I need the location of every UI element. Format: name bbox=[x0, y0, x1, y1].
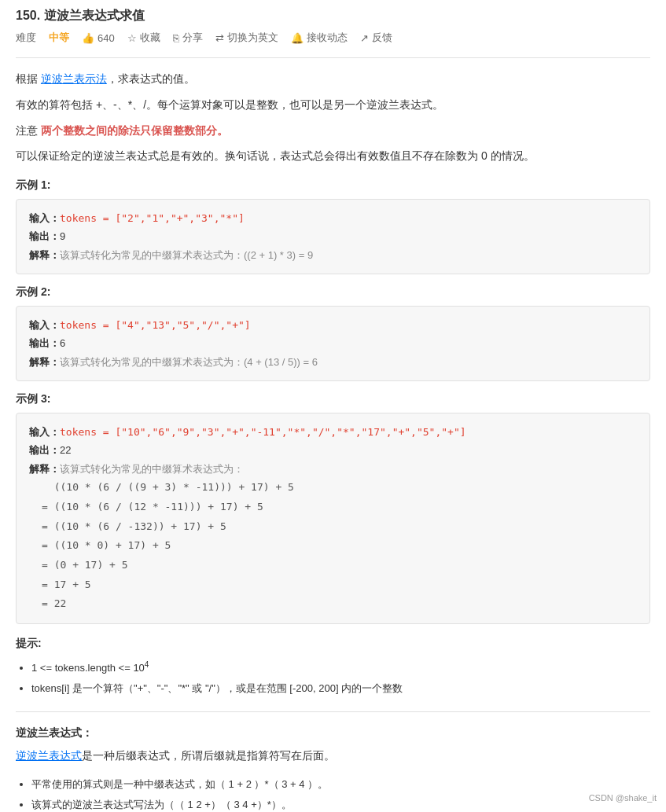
example3-explain-intro: 该算式转化为常见的中缀算术表达式为： bbox=[60, 463, 244, 475]
rpn-section: 逆波兰表达式： 逆波兰表达式是一种后缀表达式，所谓后缀就是指算符写在后面。 平常… bbox=[16, 726, 650, 812]
feedback-button[interactable]: ↗ 反馈 bbox=[360, 31, 392, 45]
example2-explain-label: 解释： bbox=[29, 353, 60, 371]
example1-box: 输入： tokens = ["2","1","+","3","*"] 输出： 9… bbox=[16, 199, 650, 274]
example2-box: 输入： tokens = ["4","13","5","/","+"] 输出： … bbox=[16, 306, 650, 381]
problem-title: 150. 逆波兰表达式求值 bbox=[16, 8, 650, 24]
example3-box: 输入： tokens = ["10","6","9","3","+","-11"… bbox=[16, 413, 650, 624]
example3-input-label: 输入： bbox=[29, 423, 60, 441]
share-icon: ⎘ bbox=[173, 32, 179, 44]
switch-icon: ⇄ bbox=[215, 32, 224, 44]
example3-line7: = 22 bbox=[42, 594, 637, 614]
favorite-label: 收藏 bbox=[140, 31, 160, 45]
lang-switch-button[interactable]: ⇄ 切换为英文 bbox=[215, 31, 278, 45]
rpn-bullet-2: 该算式的逆波兰表达式写法为（（ 1 2 +）（ 3 4 +）*）。 bbox=[31, 795, 650, 812]
example2-output-value: 6 bbox=[60, 334, 65, 352]
example1-explain-label: 解释： bbox=[29, 246, 60, 264]
rpn-desc: 逆波兰表达式是一种后缀表达式，所谓后缀就是指算符写在后面。 bbox=[16, 745, 650, 766]
example1-output-row: 输出： 9 bbox=[29, 227, 637, 245]
feedback-label: 反馈 bbox=[372, 31, 392, 45]
favorite-button[interactable]: ☆ 收藏 bbox=[127, 31, 160, 45]
subscribe-button[interactable]: 🔔 接收动态 bbox=[291, 31, 348, 45]
share-button[interactable]: ⎘ 分享 bbox=[173, 31, 203, 45]
star-icon: ☆ bbox=[127, 32, 137, 44]
note-text: 注意 两个整数之间的除法只保留整数部分。 bbox=[16, 121, 650, 141]
example3-input-value: tokens = ["10","6","9","3","+","-11","*"… bbox=[60, 423, 466, 441]
example3-output-value: 22 bbox=[60, 441, 71, 459]
example1-explain-row: 解释： 该算式转化为常见的中缀算术表达式为：((2 + 1) * 3) = 9 bbox=[29, 246, 637, 264]
hint-item-2: tokens[i] 是一个算符（"+"、"-"、"*" 或 "/"），或是在范围… bbox=[31, 678, 650, 699]
hints-list: 1 <= tokens.length <= 104 tokens[i] 是一个算… bbox=[16, 657, 650, 699]
meta-bar: 难度 中等 👍 640 ☆ 收藏 ⎘ 分享 ⇄ 切换为英文 🔔 接收动态 ↗ 反… bbox=[16, 31, 650, 45]
difficulty-value: 中等 bbox=[49, 31, 69, 45]
lang-switch-label: 切换为英文 bbox=[227, 31, 278, 45]
example2-label: 示例 2: bbox=[16, 285, 650, 299]
example3-explain-label: 解释： bbox=[29, 463, 60, 475]
divider2 bbox=[16, 711, 650, 712]
likes-button[interactable]: 👍 640 bbox=[82, 32, 115, 44]
example3-line1: ((10 * (6 / ((9 + 3) * -11))) + 17) + 5 bbox=[42, 478, 637, 498]
example1-explain-value: 该算式转化为常见的中缀算术表达式为：((2 + 1) * 3) = 9 bbox=[60, 246, 313, 264]
hints-section: 提示: 1 <= tokens.length <= 104 tokens[i] … bbox=[16, 637, 650, 699]
hints-title: 提示: bbox=[16, 637, 650, 651]
hint-item-1: 1 <= tokens.length <= 104 bbox=[31, 657, 650, 678]
example2-output-label: 输出： bbox=[29, 334, 60, 352]
example2-input-row: 输入： tokens = ["4","13","5","/","+"] bbox=[29, 316, 637, 334]
rpn-link[interactable]: 逆波兰表示法 bbox=[41, 72, 107, 85]
example3-line2: = ((10 * (6 / (12 * -11))) + 17) + 5 bbox=[42, 498, 637, 517]
example1-output-label: 输出： bbox=[29, 227, 60, 245]
example3-line6: = 17 + 5 bbox=[42, 575, 637, 595]
example2-output-row: 输出： 6 bbox=[29, 334, 637, 352]
example3-line5: = (0 + 17) + 5 bbox=[42, 556, 637, 575]
example3-line4: = ((10 * 0) + 17) + 5 bbox=[42, 536, 637, 556]
difficulty-label: 难度 bbox=[16, 31, 36, 45]
page-container: 150. 逆波兰表达式求值 难度 中等 👍 640 ☆ 收藏 ⎘ 分享 ⇄ 切换… bbox=[0, 0, 666, 812]
example3-input-row: 输入： tokens = ["10","6","9","3","+","-11"… bbox=[29, 423, 637, 441]
rpn-bullets: 平常使用的算式则是一种中缀表达式，如（ 1 + 2 ）*（ 3 + 4 ）。 该… bbox=[16, 774, 650, 812]
example1-input-value: tokens = ["2","1","+","3","*"] bbox=[60, 209, 245, 227]
bell-icon: 🔔 bbox=[291, 32, 304, 44]
divider bbox=[16, 57, 650, 58]
rpn-desc-link[interactable]: 逆波兰表达式 bbox=[16, 749, 82, 762]
example1-input-row: 输入： tokens = ["2","1","+","3","*"] bbox=[29, 209, 637, 227]
example3-explain-lines: ((10 * (6 / ((9 + 3) * -11))) + 17) + 5 … bbox=[29, 478, 637, 614]
likes-icon: 👍 bbox=[82, 32, 94, 44]
example3-output-row: 输出： 22 bbox=[29, 441, 637, 459]
example2-input-label: 输入： bbox=[29, 316, 60, 334]
example3-output-label: 输出： bbox=[29, 441, 60, 459]
example2-explain-row: 解释： 该算式转化为常见的中缀算术表达式为：(4 + (13 / 5)) = 6 bbox=[29, 353, 637, 371]
feedback-icon: ↗ bbox=[360, 32, 369, 44]
example1-label: 示例 1: bbox=[16, 178, 650, 193]
description-para2: 有效的算符包括 +、-、*、/。每个运算对象可以是整数，也可以是另一个逆波兰表达… bbox=[16, 95, 650, 115]
description-para1: 根据 逆波兰表示法，求表达式的值。 bbox=[16, 69, 650, 89]
rpn-bullet-1: 平常使用的算式则是一种中缀表达式，如（ 1 + 2 ）*（ 3 + 4 ）。 bbox=[31, 774, 650, 795]
example3-explain-block: 解释：该算式转化为常见的中缀算术表达式为： bbox=[29, 460, 637, 478]
rpn-title: 逆波兰表达式： bbox=[16, 726, 650, 740]
subscribe-label: 接收动态 bbox=[307, 31, 348, 45]
guarantee-text: 可以保证给定的逆波兰表达式总是有效的。换句话说，表达式总会得出有效数值且不存在除… bbox=[16, 146, 650, 166]
watermark: CSDN @shake_it bbox=[589, 793, 657, 803]
example1-output-value: 9 bbox=[60, 227, 65, 245]
example3-line3: = ((10 * (6 / -132)) + 17) + 5 bbox=[42, 517, 637, 537]
example2-input-value: tokens = ["4","13","5","/","+"] bbox=[60, 316, 251, 334]
example2-explain-value: 该算式转化为常见的中缀算术表达式为：(4 + (13 / 5)) = 6 bbox=[60, 353, 318, 371]
likes-count: 640 bbox=[98, 32, 115, 44]
example1-input-label: 输入： bbox=[29, 209, 60, 227]
example3-label: 示例 3: bbox=[16, 392, 650, 406]
share-label: 分享 bbox=[182, 31, 203, 45]
